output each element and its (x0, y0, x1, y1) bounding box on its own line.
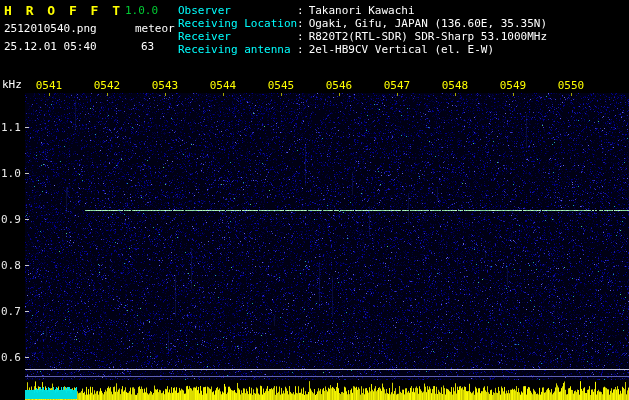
echo-count: 63 (141, 40, 154, 53)
info-row: Receiving Location:Ogaki, Gifu, JAPAN (1… (178, 17, 626, 30)
x-tick-label: 0547 (383, 79, 411, 92)
info-value: R820T2(RTL-SDR) SDR-Sharp 53.1000MHz (309, 30, 547, 43)
time-row: 25.12.01 05:40 63 (4, 39, 178, 57)
info-row: Receiver:R820T2(RTL-SDR) SDR-Sharp 53.10… (178, 30, 626, 43)
file-row: 2512010540.png meteor (4, 21, 178, 39)
info-separator: : (297, 4, 304, 17)
title-row: H R O F F T 1.0.0 (4, 3, 178, 21)
timestamp: 25.12.01 05:40 (4, 40, 97, 53)
x-tick-label: 0549 (499, 79, 527, 92)
x-tick-label: 0545 (267, 79, 295, 92)
info-value: 2el-HB9CV Vertical (el. E-W) (309, 43, 494, 56)
app-title: H R O F F T (4, 3, 123, 18)
y-tick-label: 0.8 (1, 259, 20, 272)
info-label: Receiving antenna (178, 43, 297, 56)
info-row: Observer:Takanori Kawachi (178, 4, 626, 17)
info-label: Receiver (178, 30, 297, 43)
x-tick-label: 0544 (209, 79, 237, 92)
x-tick-label: 0542 (93, 79, 121, 92)
info-label: Receiving Location (178, 17, 297, 30)
info-table: Observer:Takanori KawachiReceiving Locat… (178, 4, 626, 56)
output-filename: 2512010540.png (4, 22, 97, 35)
hrofft-output: H R O F F T 1.0.0 2512010540.png meteor … (0, 0, 629, 400)
info-separator: : (297, 30, 304, 43)
app-version: 1.0.0 (125, 4, 158, 17)
x-tick-label: 0543 (151, 79, 179, 92)
x-tick-label: 0550 (557, 79, 585, 92)
info-value: Takanori Kawachi (309, 4, 415, 17)
info-row: Receiving antenna:2el-HB9CV Vertical (el… (178, 43, 626, 56)
info-label: Observer (178, 4, 297, 17)
y-tick-label: 1.0 (1, 167, 20, 180)
y-tick-label: 0.6 (1, 351, 20, 364)
y-tick-label: 0.7 (1, 305, 20, 318)
info-separator: : (297, 17, 304, 30)
y-axis-unit: kHz (2, 78, 22, 91)
x-tick-label: 0548 (441, 79, 469, 92)
header: H R O F F T 1.0.0 2512010540.png meteor … (0, 0, 629, 64)
y-tick-label: 1.1 (1, 121, 20, 134)
mode-label: meteor (135, 22, 175, 35)
info-value: Ogaki, Gifu, JAPAN (136.60E, 35.35N) (309, 17, 547, 30)
x-tick-label: 0541 (35, 79, 63, 92)
x-tick-label: 0546 (325, 79, 353, 92)
y-tick-label: 0.9 (1, 213, 20, 226)
info-separator: : (297, 43, 304, 56)
header-left: H R O F F T 1.0.0 2512010540.png meteor … (4, 3, 178, 61)
